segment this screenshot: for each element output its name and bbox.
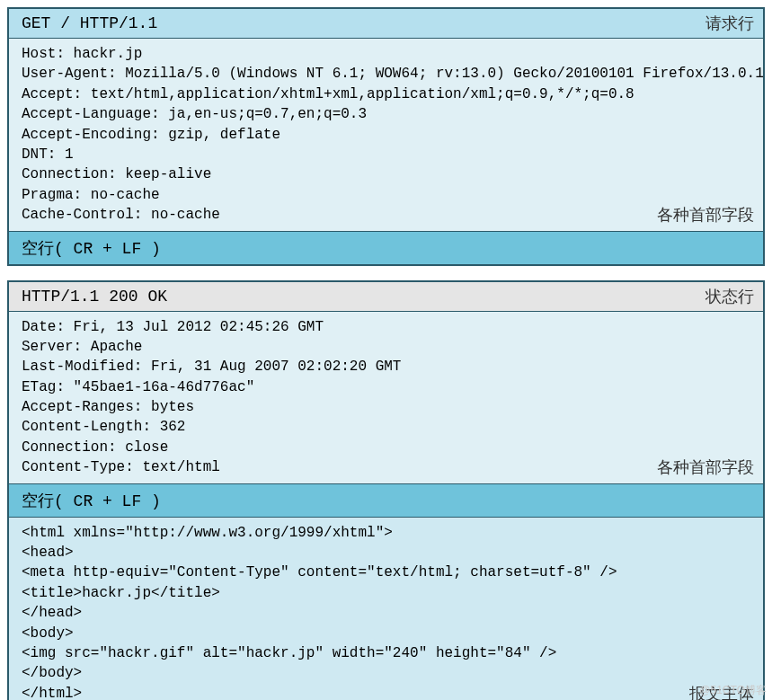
response-blank-line-section: 空行( CR + LF ) xyxy=(9,484,763,518)
response-headers-text: Date: Fri, 13 Jul 2012 02:45:26 GMT Serv… xyxy=(22,319,401,476)
status-line-label: 状态行 xyxy=(705,286,754,307)
request-headers-section: Host: hackr.jp User-Agent: Mozilla/5.0 (… xyxy=(9,39,763,232)
watermark-text: @51CTO博客 xyxy=(699,683,767,698)
request-line-section: GET / HTTP/1.1 请求行 xyxy=(9,9,763,39)
status-line-text: HTTP/1.1 200 OK xyxy=(22,288,167,306)
request-blank-line-text: 空行( CR + LF ) xyxy=(22,240,161,258)
response-body-text: <html xmlns="http://www.w3.org/1999/xhtm… xyxy=(22,525,617,700)
request-headers-label: 各种首部字段 xyxy=(657,204,754,226)
request-blank-line-section: 空行( CR + LF ) xyxy=(9,232,763,264)
response-headers-label: 各种首部字段 xyxy=(657,456,754,479)
request-headers-text: Host: hackr.jp User-Agent: Mozilla/5.0 (… xyxy=(22,46,764,223)
status-line-section: HTTP/1.1 200 OK 状态行 xyxy=(9,282,763,312)
http-request-box: GET / HTTP/1.1 请求行 Host: hackr.jp User-A… xyxy=(7,7,765,266)
request-line-label: 请求行 xyxy=(705,13,754,34)
request-line-text: GET / HTTP/1.1 xyxy=(22,14,157,32)
http-response-box: HTTP/1.1 200 OK 状态行 Date: Fri, 13 Jul 20… xyxy=(7,280,765,700)
response-blank-line-text: 空行( CR + LF ) xyxy=(22,492,161,510)
response-body-section: <html xmlns="http://www.w3.org/1999/xhtm… xyxy=(9,518,763,700)
response-headers-section: Date: Fri, 13 Jul 2012 02:45:26 GMT Serv… xyxy=(9,312,763,484)
